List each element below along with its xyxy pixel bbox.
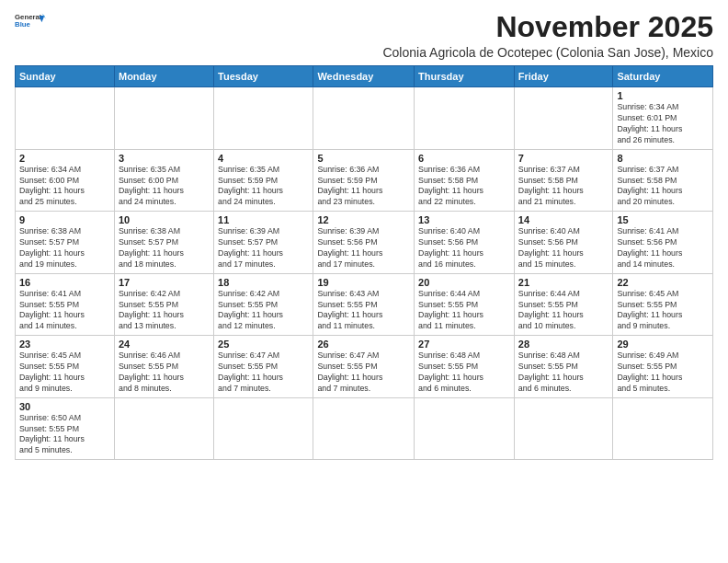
day-info: Sunrise: 6:44 AM Sunset: 5:55 PM Dayligh… [518, 289, 609, 333]
day-info: Sunrise: 6:39 AM Sunset: 5:56 PM Dayligh… [317, 226, 410, 270]
day-number: 19 [317, 277, 410, 288]
day-cell [514, 397, 613, 460]
day-number: 2 [19, 153, 110, 164]
day-number: 15 [617, 214, 709, 225]
day-cell: 3Sunrise: 6:35 AM Sunset: 6:00 PM Daylig… [114, 149, 213, 212]
day-info: Sunrise: 6:48 AM Sunset: 5:55 PM Dayligh… [518, 350, 609, 395]
day-number: 23 [19, 339, 110, 350]
header-cell-wednesday: Wednesday [313, 66, 415, 87]
day-info: Sunrise: 6:48 AM Sunset: 5:55 PM Dayligh… [418, 350, 510, 395]
day-cell: 2Sunrise: 6:34 AM Sunset: 6:00 PM Daylig… [16, 149, 115, 212]
day-number: 28 [518, 339, 609, 350]
day-info: Sunrise: 6:41 AM Sunset: 5:56 PM Dayligh… [617, 226, 709, 270]
day-number: 8 [617, 153, 709, 164]
day-cell: 4Sunrise: 6:35 AM Sunset: 5:59 PM Daylig… [214, 149, 313, 212]
day-cell [313, 87, 415, 150]
day-cell: 17Sunrise: 6:42 AM Sunset: 5:55 PM Dayli… [114, 273, 213, 336]
day-cell: 26Sunrise: 6:47 AM Sunset: 5:55 PM Dayli… [313, 336, 415, 398]
day-info: Sunrise: 6:42 AM Sunset: 5:55 PM Dayligh… [119, 289, 210, 333]
day-number: 5 [317, 153, 410, 164]
day-info: Sunrise: 6:41 AM Sunset: 5:55 PM Dayligh… [19, 289, 110, 333]
week-row-6: 30Sunrise: 6:50 AM Sunset: 5:55 PM Dayli… [16, 397, 713, 460]
day-cell: 24Sunrise: 6:46 AM Sunset: 5:55 PM Dayli… [114, 336, 213, 398]
day-cell: 15Sunrise: 6:41 AM Sunset: 5:56 PM Dayli… [613, 212, 713, 274]
header-cell-sunday: Sunday [16, 66, 115, 87]
day-cell [415, 87, 515, 150]
day-info: Sunrise: 6:42 AM Sunset: 5:55 PM Dayligh… [218, 289, 309, 333]
day-info: Sunrise: 6:34 AM Sunset: 6:01 PM Dayligh… [617, 102, 709, 146]
day-cell: 10Sunrise: 6:38 AM Sunset: 5:57 PM Dayli… [114, 212, 213, 274]
day-cell: 27Sunrise: 6:48 AM Sunset: 5:55 PM Dayli… [415, 336, 515, 398]
day-cell: 25Sunrise: 6:47 AM Sunset: 5:55 PM Dayli… [214, 336, 313, 398]
day-number: 13 [418, 214, 510, 225]
svg-text:Blue: Blue [15, 20, 31, 29]
header-cell-friday: Friday [514, 66, 613, 87]
day-cell: 30Sunrise: 6:50 AM Sunset: 5:55 PM Dayli… [16, 397, 115, 460]
day-cell [613, 397, 713, 460]
day-number: 16 [19, 277, 110, 288]
day-info: Sunrise: 6:47 AM Sunset: 5:55 PM Dayligh… [317, 350, 410, 395]
day-number: 25 [218, 339, 309, 350]
week-row-3: 9Sunrise: 6:38 AM Sunset: 5:57 PM Daylig… [16, 212, 713, 274]
day-info: Sunrise: 6:46 AM Sunset: 5:55 PM Dayligh… [119, 350, 210, 395]
day-info: Sunrise: 6:36 AM Sunset: 5:58 PM Dayligh… [418, 165, 510, 209]
day-cell: 19Sunrise: 6:43 AM Sunset: 5:55 PM Dayli… [313, 273, 415, 336]
header: General Blue November 2025 Colonia Agric… [15, 11, 713, 60]
day-cell: 29Sunrise: 6:49 AM Sunset: 5:55 PM Dayli… [613, 336, 713, 398]
day-number: 17 [119, 277, 210, 288]
day-cell: 20Sunrise: 6:44 AM Sunset: 5:55 PM Dayli… [415, 273, 515, 336]
day-info: Sunrise: 6:35 AM Sunset: 6:00 PM Dayligh… [119, 165, 210, 209]
day-number: 4 [218, 153, 309, 164]
day-cell: 5Sunrise: 6:36 AM Sunset: 5:59 PM Daylig… [313, 149, 415, 212]
location-title: Colonia Agricola de Ocotepec (Colonia Sa… [382, 45, 713, 60]
day-info: Sunrise: 6:50 AM Sunset: 5:55 PM Dayligh… [19, 413, 110, 457]
day-number: 24 [119, 339, 210, 350]
day-number: 26 [317, 339, 410, 350]
header-cell-saturday: Saturday [613, 66, 713, 87]
day-cell: 7Sunrise: 6:37 AM Sunset: 5:58 PM Daylig… [514, 149, 613, 212]
logo: General Blue [15, 11, 48, 31]
day-cell: 16Sunrise: 6:41 AM Sunset: 5:55 PM Dayli… [16, 273, 115, 336]
day-cell [214, 397, 313, 460]
day-info: Sunrise: 6:37 AM Sunset: 5:58 PM Dayligh… [617, 165, 709, 209]
week-row-1: 1Sunrise: 6:34 AM Sunset: 6:01 PM Daylig… [16, 87, 713, 150]
header-cell-monday: Monday [114, 66, 213, 87]
day-cell [313, 397, 415, 460]
day-info: Sunrise: 6:47 AM Sunset: 5:55 PM Dayligh… [218, 350, 309, 395]
day-number: 11 [218, 214, 309, 225]
day-cell: 13Sunrise: 6:40 AM Sunset: 5:56 PM Dayli… [415, 212, 515, 274]
logo-svg: General Blue [15, 11, 48, 31]
day-number: 3 [119, 153, 210, 164]
day-number: 22 [617, 277, 709, 288]
day-number: 18 [218, 277, 309, 288]
day-number: 27 [418, 339, 510, 350]
week-row-2: 2Sunrise: 6:34 AM Sunset: 6:00 PM Daylig… [16, 149, 713, 212]
day-info: Sunrise: 6:44 AM Sunset: 5:55 PM Dayligh… [418, 289, 510, 333]
day-number: 6 [418, 153, 510, 164]
title-area: November 2025 Colonia Agricola de Ocotep… [382, 11, 713, 60]
header-cell-tuesday: Tuesday [214, 66, 313, 87]
day-cell: 14Sunrise: 6:40 AM Sunset: 5:56 PM Dayli… [514, 212, 613, 274]
day-cell: 21Sunrise: 6:44 AM Sunset: 5:55 PM Dayli… [514, 273, 613, 336]
day-cell: 8Sunrise: 6:37 AM Sunset: 5:58 PM Daylig… [613, 149, 713, 212]
day-info: Sunrise: 6:36 AM Sunset: 5:59 PM Dayligh… [317, 165, 410, 209]
day-cell: 22Sunrise: 6:45 AM Sunset: 5:55 PM Dayli… [613, 273, 713, 336]
day-number: 10 [119, 214, 210, 225]
day-cell: 11Sunrise: 6:39 AM Sunset: 5:57 PM Dayli… [214, 212, 313, 274]
day-cell [114, 87, 213, 150]
day-cell [415, 397, 515, 460]
day-number: 21 [518, 277, 609, 288]
day-cell [114, 397, 213, 460]
week-row-4: 16Sunrise: 6:41 AM Sunset: 5:55 PM Dayli… [16, 273, 713, 336]
day-info: Sunrise: 6:34 AM Sunset: 6:00 PM Dayligh… [19, 165, 110, 209]
day-info: Sunrise: 6:40 AM Sunset: 5:56 PM Dayligh… [518, 226, 609, 270]
day-number: 9 [19, 214, 110, 225]
day-info: Sunrise: 6:39 AM Sunset: 5:57 PM Dayligh… [218, 226, 309, 270]
day-cell: 6Sunrise: 6:36 AM Sunset: 5:58 PM Daylig… [415, 149, 515, 212]
svg-text:General: General [15, 13, 41, 21]
day-info: Sunrise: 6:40 AM Sunset: 5:56 PM Dayligh… [418, 226, 510, 270]
day-number: 30 [19, 401, 110, 412]
day-info: Sunrise: 6:43 AM Sunset: 5:55 PM Dayligh… [317, 289, 410, 333]
day-info: Sunrise: 6:37 AM Sunset: 5:58 PM Dayligh… [518, 165, 609, 209]
day-cell [214, 87, 313, 150]
